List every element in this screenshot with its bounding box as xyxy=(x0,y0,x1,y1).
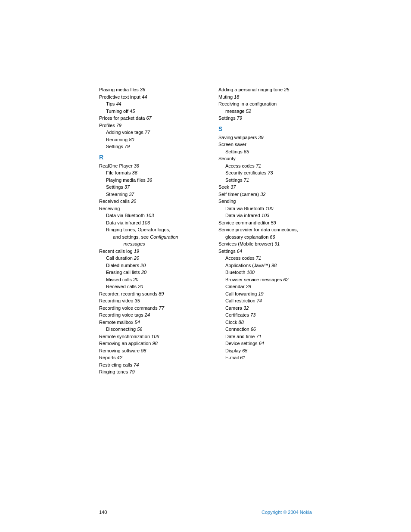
list-item: Call restriction 74 xyxy=(218,297,312,305)
list-item: Ringing tones 79 xyxy=(99,368,193,376)
list-item: Saving wallpapers 39 xyxy=(218,134,312,141)
list-item: Display 65 xyxy=(218,347,312,355)
list-item: Removing an application 98 xyxy=(99,340,193,347)
list-item: Applications (Java™) 98 xyxy=(218,262,312,269)
list-item: Settings 37 xyxy=(99,184,193,191)
list-item: Remote mailbox 54 xyxy=(99,319,193,326)
list-item: Adding a personal ringing tone 25 xyxy=(218,86,312,93)
main-columns: Playing media files 36 Predictive text i… xyxy=(0,86,411,376)
list-item: Certificates 73 xyxy=(218,311,312,319)
copyright-text: Copyright © 2004 Nokia xyxy=(262,510,312,515)
list-item: Seek 37 xyxy=(218,184,312,191)
list-item: Sending xyxy=(218,198,312,205)
list-item: Received calls 20 xyxy=(99,283,193,290)
list-item: Muting 18 xyxy=(218,93,312,101)
list-item: Settings 64 xyxy=(218,248,312,255)
list-item: Missed calls 20 xyxy=(99,276,193,283)
list-item: Service provider for data connections, xyxy=(218,226,312,233)
list-item: Recording voice commands 77 xyxy=(99,305,193,312)
list-item: Settings 79 xyxy=(99,143,193,150)
list-item: E-mail 61 xyxy=(218,354,312,361)
list-item: Security xyxy=(218,155,312,162)
list-item: Calendar 29 xyxy=(218,283,312,290)
list-item: Playing media files 36 xyxy=(99,86,193,93)
list-item: Data via Bluetooth 103 xyxy=(99,212,193,219)
list-item: Streaming 37 xyxy=(99,191,193,198)
list-item: Renaming 80 xyxy=(99,136,193,143)
list-item: Settings 79 xyxy=(218,115,312,122)
list-item: Recording video 35 xyxy=(99,297,193,305)
list-item: Erasing call lists 20 xyxy=(99,269,193,276)
right-column: Adding a personal ringing tone 25 Muting… xyxy=(218,86,312,376)
list-item: Settings 71 xyxy=(218,177,312,184)
list-item: Dialed numbers 20 xyxy=(99,262,193,269)
list-item: Call forwarding 19 xyxy=(218,290,312,298)
page-footer: 140 Copyright © 2004 Nokia xyxy=(0,510,411,515)
list-item: Ringing tones, Operator logos, xyxy=(99,226,193,233)
list-item: Bluetooth 100 xyxy=(218,269,312,276)
list-item: Device settings 64 xyxy=(218,340,312,347)
page: Playing media files 36 Predictive text i… xyxy=(0,0,411,532)
list-item: Clock 88 xyxy=(218,319,312,326)
list-item: Access codes 71 xyxy=(218,162,312,170)
list-item: Service command editor 59 xyxy=(218,219,312,227)
list-item: Data via Bluetooth 100 xyxy=(218,205,312,212)
list-item: Remote synchronization 106 xyxy=(99,333,193,340)
list-item: Access codes 71 xyxy=(218,255,312,262)
list-item: Data via infrared 103 xyxy=(99,219,193,227)
list-item: Tips 44 xyxy=(99,100,193,108)
list-item: Data via infrared 103 xyxy=(218,212,312,219)
list-item: Restricting calls 74 xyxy=(99,361,193,369)
list-item: Removing software 98 xyxy=(99,347,193,355)
list-item: Playing media files 36 xyxy=(99,177,193,184)
list-item: Profiles 79 xyxy=(99,122,193,129)
list-item: and settings, see Configuration messages xyxy=(99,233,193,248)
list-item: Prices for packet data 67 xyxy=(99,115,193,122)
section-s-heading: S xyxy=(218,125,312,132)
list-item: Date and time 71 xyxy=(218,333,312,340)
list-item: Predictive text input 44 xyxy=(99,93,193,101)
list-item: Recording voice tags 24 xyxy=(99,311,193,319)
list-item: Security certificates 73 xyxy=(218,169,312,177)
section-r-heading: R xyxy=(99,154,193,161)
list-item: Services (Mobile browser) 91 xyxy=(218,240,312,248)
list-item: Camera 32 xyxy=(218,305,312,312)
list-item: Settings 65 xyxy=(218,148,312,156)
list-item: Recent calls log 19 xyxy=(99,248,193,255)
list-item: Browser service messages 62 xyxy=(218,276,312,283)
list-item: message 52 xyxy=(218,108,312,115)
list-item: Recorder, recording sounds 89 xyxy=(99,290,193,298)
list-item: Receiving xyxy=(99,205,193,212)
list-item: Turning off 45 xyxy=(99,108,193,115)
left-column: Playing media files 36 Predictive text i… xyxy=(99,86,193,376)
list-item: Disconnecting 56 xyxy=(99,326,193,333)
list-item: File formats 36 xyxy=(99,169,193,177)
list-item: Self-timer (camera) 32 xyxy=(218,191,312,198)
page-number: 140 xyxy=(99,510,107,515)
list-item: RealOne Player 36 xyxy=(99,162,193,170)
list-item: Reports 42 xyxy=(99,354,193,361)
list-item: Receiving in a configuration xyxy=(218,100,312,108)
list-item: Screen saver xyxy=(218,141,312,148)
list-item: glossary explanation 66 xyxy=(218,233,312,241)
list-item: Call duration 20 xyxy=(99,255,193,262)
list-item: Adding voice tags 77 xyxy=(99,129,193,136)
list-item: Received calls 20 xyxy=(99,198,193,205)
list-item: Connection 66 xyxy=(218,326,312,333)
